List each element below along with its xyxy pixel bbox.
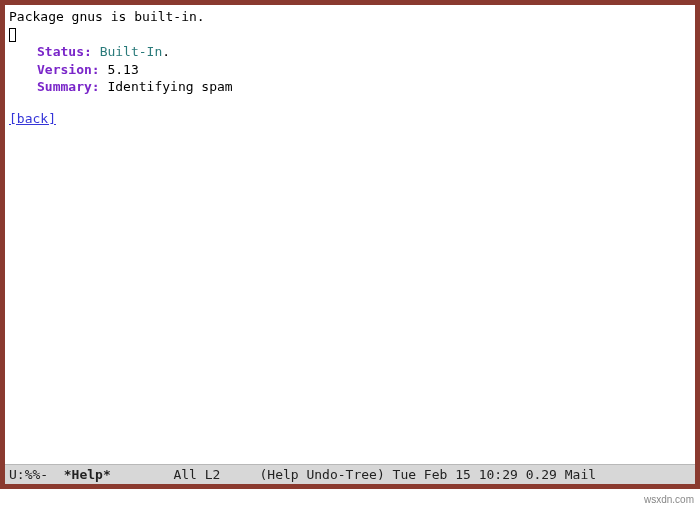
help-buffer[interactable]: Package gnus is built-in. Status: Built-… xyxy=(5,5,695,464)
version-value: 5.13 xyxy=(107,62,138,77)
status-value: Built-In xyxy=(100,44,163,59)
emacs-frame: Package gnus is built-in. Status: Built-… xyxy=(0,0,700,489)
status-suffix: . xyxy=(162,44,170,59)
modeline-load: 0.29 xyxy=(526,467,557,482)
status-row: Status: Built-In. xyxy=(37,43,691,61)
modeline-position: All xyxy=(173,467,196,482)
text-cursor xyxy=(9,28,16,42)
modeline-datetime: Tue Feb 15 10:29 xyxy=(393,467,518,482)
modeline-buffer-name: *Help* xyxy=(64,467,111,482)
blank-line xyxy=(9,96,691,110)
version-row: Version: 5.13 xyxy=(37,61,691,79)
back-link[interactable]: [back] xyxy=(9,111,56,126)
package-header-line: Package gnus is built-in. xyxy=(9,8,691,26)
modeline-modes: (Help Undo-Tree) xyxy=(260,467,385,482)
mode-line[interactable]: U:%%- *Help* All L2 (Help Undo-Tree) Tue… xyxy=(5,464,695,484)
modeline-coding: U:%%- xyxy=(9,467,48,482)
modeline-line: L2 xyxy=(205,467,221,482)
modeline-extra: Mail xyxy=(565,467,596,482)
summary-row: Summary: Identifying spam xyxy=(37,78,691,96)
version-label: Version: xyxy=(37,62,100,77)
attribution-text: wsxdn.com xyxy=(644,494,694,505)
summary-value: Identifying spam xyxy=(107,79,232,94)
summary-label: Summary: xyxy=(37,79,100,94)
status-label: Status: xyxy=(37,44,92,59)
